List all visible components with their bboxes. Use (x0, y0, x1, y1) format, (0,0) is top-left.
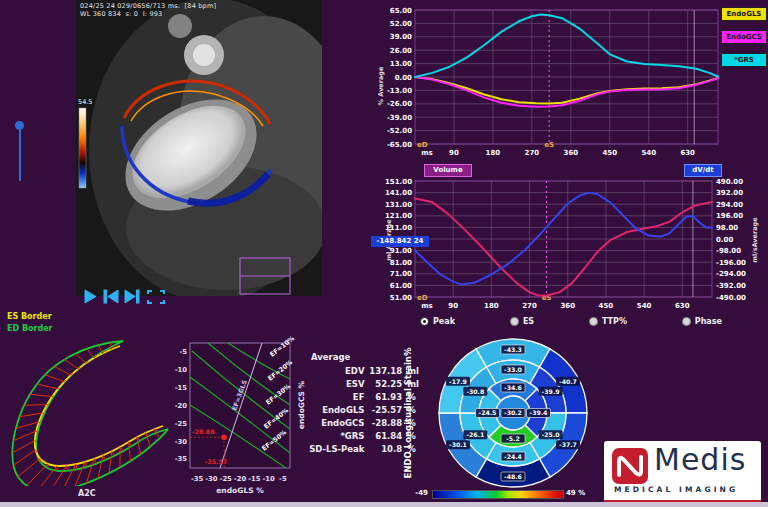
chart-graphic (103, 455, 106, 460)
chart-graphic (50, 466, 66, 486)
a2c-contour-view[interactable] (5, 336, 177, 486)
skip-back-button[interactable] (104, 290, 118, 303)
chart-graphic: -5 (179, 348, 187, 356)
chart-graphic: ms (421, 149, 432, 157)
chart-graphic (104, 290, 107, 303)
chart-graphic: eD (417, 294, 428, 302)
chart-graphic: -5.2 (506, 435, 520, 442)
chart-graphic: 26.00 (390, 47, 412, 55)
chart-graphic: -39.4 (530, 409, 549, 416)
mode-radio-ttp[interactable]: TTP% (589, 317, 627, 326)
chart-graphic: 180 (484, 302, 499, 310)
strain-y-axis-title: % Average (377, 51, 385, 121)
chart-graphic: -35 (175, 455, 188, 463)
colorbar-min-label: -49 (406, 489, 428, 497)
chart-graphic: -5 (279, 475, 287, 483)
chart-graphic: -40.7 (559, 378, 577, 385)
volume-y2-axis-title: ml/sAverage (751, 205, 759, 275)
radio-icon (510, 317, 519, 326)
chart-graphic: -37.7 (559, 441, 577, 448)
chart-graphic: 180 (486, 149, 501, 157)
mri-viewport[interactable] (76, 0, 322, 296)
chart-graphic: 540 (637, 302, 652, 310)
mri-overlay-line1: 024/25 24 029/0656/713 ms. [84 bpm] (80, 2, 216, 10)
chart-graphic: 71.00 (390, 270, 412, 278)
bullseye-mode-selector: Peak ES TTP% Phase (420, 317, 722, 326)
frame-slider-track[interactable] (19, 129, 21, 181)
chart-graphic (30, 394, 52, 396)
ed-border-inner (36, 341, 168, 471)
strain-colorbar (432, 490, 564, 499)
ed-border-outer (12, 341, 168, 486)
chart-graphic: -30.8 (466, 388, 484, 395)
chart-graphic: 81.00 (390, 259, 412, 267)
chart-graphic: -25 (175, 420, 188, 428)
chart-graphic: 39.00 (390, 33, 412, 41)
chart-graphic: -15 (175, 384, 188, 392)
chart-graphic (16, 422, 39, 429)
chart-graphic (193, 44, 215, 66)
strain-colorbar-mri (79, 108, 86, 188)
chart-graphic: -392.00 (716, 282, 746, 290)
chart-graphic: -35 (191, 475, 204, 483)
cursor-value-tooltip: -148.842 24 (371, 236, 429, 247)
chart-graphic: -10 (262, 475, 275, 483)
chart-graphic: 270 (525, 149, 540, 157)
play-button[interactable] (85, 290, 96, 303)
chart-graphic: 98.00 (716, 224, 738, 232)
mri-colorbar-value: 54.5 (78, 98, 92, 106)
es-border-curve (35, 346, 163, 466)
chart-graphic: 90 (449, 149, 459, 157)
chart-graphic (13, 450, 35, 465)
chart-graphic: 490.00 (716, 178, 743, 186)
chart-graphic (24, 405, 47, 406)
fullscreen-button[interactable] (148, 291, 164, 303)
volume-chart[interactable]: 151.00141.00131.00121.00111.00101.0091.0… (380, 163, 768, 313)
chart-graphic: -20 (234, 475, 247, 483)
chart-graphic: -30 (175, 438, 188, 446)
chart-graphic: 0.00 (716, 236, 733, 244)
chart-graphic: -294.00 (716, 270, 746, 278)
chart-graphic (13, 431, 36, 441)
chart-graphic: 13.00 (390, 60, 412, 68)
chart-graphic: -10 (175, 366, 188, 374)
chart-graphic (75, 354, 86, 364)
chart-graphic: 61.00 (390, 282, 412, 290)
chart-graphic: endoGLS % (216, 486, 264, 495)
chart-graphic (18, 458, 40, 476)
mri-image (76, 0, 322, 296)
radio-icon (589, 317, 598, 326)
chart-graphic: ms (421, 302, 432, 310)
playback-controls (84, 288, 174, 306)
bullseye-plot[interactable]: -43.3-40.7-37.7-48.6-30.1-17.9-33.0-39.9… (425, 334, 605, 492)
chart-graphic: -39.9 (542, 388, 560, 395)
medis-logo: Medis MEDICAL IMAGING (604, 441, 761, 503)
chart-graphic: 91.00 (390, 247, 412, 255)
strain-chart[interactable]: 65.0052.0039.0026.0013.000.00-13.00-26.0… (380, 0, 768, 162)
legend-endogls: EndoGLS (721, 7, 767, 21)
skip-forward-button[interactable] (125, 290, 139, 303)
chart-graphic: -98.00 (716, 247, 741, 255)
chart-graphic (125, 290, 135, 303)
frame-slider-thumb[interactable] (15, 121, 24, 130)
chart-graphic (45, 375, 64, 382)
chart-graphic (63, 464, 76, 486)
chart-graphic: -26.1 (466, 431, 484, 438)
mode-radio-phase[interactable]: Phase (682, 317, 722, 326)
chart-graphic: -24.5 (479, 409, 497, 416)
chart-graphic (148, 291, 152, 294)
colorbar-max-label: 49 % (566, 489, 585, 497)
mode-radio-peak[interactable]: Peak (420, 317, 455, 326)
chart-graphic: -30.1 (449, 441, 467, 448)
chart-graphic: 540 (641, 149, 656, 157)
mode-radio-es[interactable]: ES (510, 317, 534, 326)
a2c-view-label: A2C (78, 489, 96, 498)
chart-graphic (128, 442, 130, 461)
chart-graphic: -52.00 (387, 127, 412, 135)
chart-graphic (76, 464, 77, 469)
chart-graphic: 360 (560, 302, 575, 310)
chart-graphic: 65.00 (390, 7, 412, 15)
chart-graphic: 360 (564, 149, 579, 157)
chart-graphic (58, 388, 59, 389)
chart-graphic: 52.00 (390, 20, 412, 28)
